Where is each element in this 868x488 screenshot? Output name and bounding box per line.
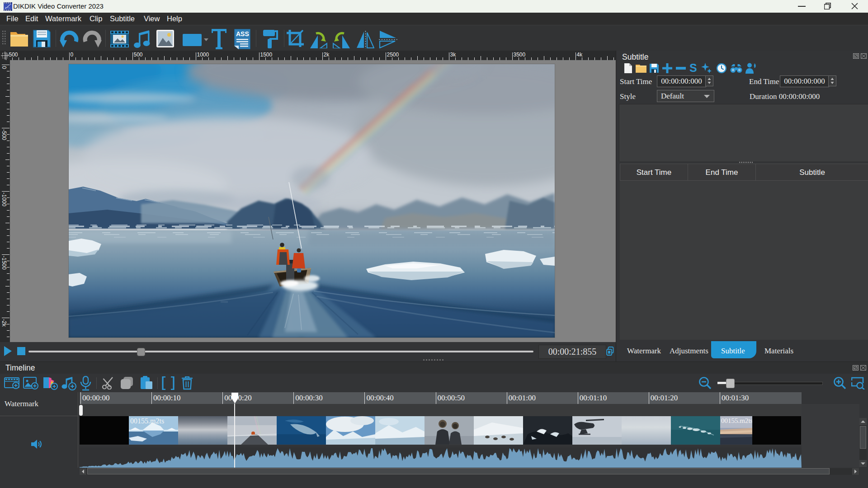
svg-text:ASS: ASS [236,30,249,38]
